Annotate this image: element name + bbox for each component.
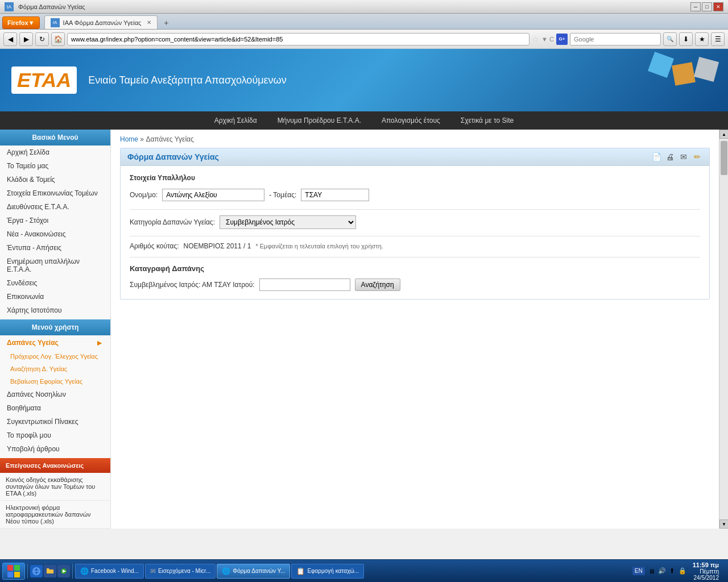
category-select[interactable]: Συμβεβλημένος Ιατρός Ασυμβίβαστος Ιατρός… [220,215,356,229]
system-tray: EN 🖥 🔊 ⬆ 🔒 11:59 πμ Πέμπτη 24/5/2012 [629,562,726,581]
emergency-item-1[interactable]: Κοινός οδηγός εκκαθάρισης συνταγών όλων … [0,473,110,501]
sidebar-item-profil[interactable]: Το προφίλ μου [0,429,110,442]
taskbar-form-button[interactable]: 🌐 Φόρμα Δαπανών Υ... [217,564,290,579]
forward-button[interactable]: ▶ [19,32,33,46]
media-icon[interactable] [57,565,70,577]
clock-day: Πέμπτη 24/5/2012 [693,568,719,581]
katagraphi-title: Καταγραφή Δαπάνης [130,264,700,273]
breadcrumb-home[interactable]: Home [120,135,138,143]
sidebar-item-synkentrotikoi[interactable]: Συγκεντρωτικοί Πίνακες [0,415,110,429]
network-icon: 🖥 [647,567,656,576]
clock-time: 11:59 πμ [693,562,719,568]
search-go-button[interactable]: 🔍 [663,32,677,46]
bookmarks-button[interactable]: ★ [695,32,709,46]
taskbar-email-button[interactable]: ✉ Εισερχόμενα - Micr... [145,564,216,579]
sidebar-item-epikoinonia-tomeon[interactable]: Στοιχεία Επικοινωνίας Τομέων [0,186,110,200]
scroll-down-button[interactable]: ▼ [719,519,728,529]
taskbar-facebook-button[interactable]: 🌐 Facebook - Wind... [75,564,144,579]
site-logo: ΕΤΑΑ Ενιαίο Ταμείο Ανεξάρτητα Απασχολούμ… [11,66,287,94]
sidebar-item-home[interactable]: Αρχική Σελίδα [0,146,110,159]
sidebar-item-dapanes-ygeias[interactable]: Δαπάνες Υγείας ► [0,335,110,350]
new-tab-button[interactable]: + [160,16,172,29]
divider-1 [130,209,700,210]
taskbar-sep-1 [27,564,28,579]
back-button[interactable]: ◀ [3,32,17,46]
sidebar-item-ypovoli[interactable]: Υποβολή άρθρου [0,442,110,456]
shape-gray [694,57,719,82]
taskbar-app-label: Εφαρμογή καταχώ... [307,568,359,574]
taskbar-form-label: Φόρμα Δαπανών Υ... [233,568,285,574]
breadcrumb-current: Δαπάνες Υγείας [146,135,193,143]
menu-button[interactable]: ☰ [711,32,725,46]
taskbar-app-button[interactable]: 📋 Εφαρμογή καταχώ... [291,564,364,579]
search-button[interactable]: Αναζήτηση [355,278,400,291]
sidebar-item-erga[interactable]: Έργα - Στόχοι [0,214,110,227]
maximize-button[interactable]: □ [702,2,712,11]
name-row: Ονομ/μο: - Τομέας: [130,189,700,201]
email-icon[interactable]: ✉ [679,152,689,162]
downloads-button[interactable]: ⬇ [679,32,693,46]
folder-icon[interactable] [44,565,56,577]
language-indicator[interactable]: EN [632,567,645,575]
am-tsay-input[interactable] [259,278,350,291]
emergency-item-2[interactable]: Ηλεκτρονική φόρμα ιατροφαρμακευτικών δαπ… [0,501,110,529]
nav-about[interactable]: Σχετικά με το Site [450,111,524,130]
search-engine-icon: G+ [556,34,568,45]
ie-icon[interactable] [30,565,43,577]
active-tab[interactable]: IA ΙΑΑ Φόρμα Δαπανών Υγεiας ✕ [44,15,158,29]
tab-close-button[interactable]: ✕ [147,19,151,26]
sidebar-item-tamieo[interactable]: Το Ταμείο μας [0,159,110,173]
scroll-track[interactable] [719,139,728,519]
sidebar-item-proxeiros[interactable]: Πρόχειρος Λογ. Έλεγχος Υγείας [0,350,110,363]
sidebar-item-xartis[interactable]: Χάρτης Ιστοτόπου [0,304,110,317]
home-button[interactable]: 🏠 [51,32,65,46]
nav-home[interactable]: Αρχική Σελίδα [204,111,267,130]
sidebar-item-nea[interactable]: Νέα - Ανακοινώσεις [0,227,110,241]
sidebar-item-syndeseis[interactable]: Συνδέσεις [0,276,110,290]
number-value: ΝΟΕΜΒΡΙΟΣ 2011 / 1 [184,242,251,250]
sidebar-item-epikoinonia[interactable]: Επικοινωνία [0,290,110,304]
firefox-menu-button[interactable]: Firefox ▼ [2,16,40,29]
clock: 11:59 πμ Πέμπτη 24/5/2012 [689,562,722,581]
scroll-thumb[interactable] [721,141,727,175]
url-bar[interactable] [67,33,530,45]
taskbar-email-label: Εισερχόμενα - Micr... [158,568,210,574]
reload-button[interactable]: ↻ [35,32,49,46]
battery-icon: ⬆ [668,567,677,576]
window-controls: ─ □ ✕ [690,2,723,11]
note-text: * Εμφανίζεται η τελευταία επιλογή του χρ… [255,243,383,250]
notification-icons: 🖥 🔊 ⬆ 🔒 [647,567,687,576]
form-header: Φόρμα Δαπανών Υγείας 📄 🖨 ✉ ✏ [121,148,709,166]
name-input[interactable] [162,189,264,201]
title-bar-text: Φόρμα Δαπανών Υγείας [18,3,690,10]
search-input[interactable] [570,33,661,45]
form-body: Στοιχεία Υπαλλήλου Ονομ/μο: - Τομέας: Κα… [121,166,709,299]
sidebar-item-voithimata[interactable]: Βοηθήματα [0,401,110,415]
pdf-icon[interactable]: 📄 [651,152,661,162]
edit-icon[interactable]: ✏ [692,152,702,162]
user-menu-section: Μενού χρήστη Δαπάνες Υγείας ► Πρόχειρος … [0,319,110,456]
start-button[interactable] [2,563,25,580]
tab-bar: Firefox ▼ IA ΙΑΑ Φόρμα Δαπανών Υγεiας ✕ … [0,14,728,30]
sidebar-item-vevaiosi[interactable]: Βεβαίωση Εφορίας Υγείας [0,375,110,388]
sidebar-item-enimerosi[interactable]: Ενημέρωση υπαλλήλων Ε.Τ.Α.Α. [0,255,110,276]
bookmark-star[interactable]: ☆ [532,35,539,44]
sidebar-item-anazitisi[interactable]: Αναζήτηση Δ. Υγείας [0,363,110,375]
print-icon[interactable]: 🖨 [665,152,675,162]
logo-box: ΕΤΑΑ [11,66,77,94]
nav-message[interactable]: Μήνυμα Προέδρου Ε.Τ.Α.Α. [267,111,371,130]
site-subtitle: Ενιαίο Ταμείο Ανεξάρτητα Απασχολούμενων [88,74,286,86]
sidebar-item-diefthynseis[interactable]: Διευθύνσεις Ε.Τ.Α.Α. [0,200,110,214]
sidebar-item-entypa[interactable]: Έντυπα - Απήσεις [0,241,110,255]
sidebar-item-kladoi[interactable]: Κλάδοι & Τομείς [0,173,110,186]
sector-input[interactable] [301,189,369,201]
svg-rect-2 [7,572,13,577]
sidebar-item-dapanes-nosilion[interactable]: Δαπάνες Νοσηλίων [0,388,110,401]
minimize-button[interactable]: ─ [690,2,701,11]
nav-report[interactable]: Απολογισμός έτους [371,111,450,130]
close-button[interactable]: ✕ [713,2,723,11]
taskbar-right: EN 🖥 🔊 ⬆ 🔒 11:59 πμ Πέμπτη 24/5/2012 [629,562,726,581]
taskbar-facebook-label: Facebook - Wind... [91,568,139,574]
scroll-up-button[interactable]: ▲ [719,130,728,139]
sidebar: Βασικό Μενού Αρχική Σελίδα Το Ταμείο μας… [0,130,111,529]
